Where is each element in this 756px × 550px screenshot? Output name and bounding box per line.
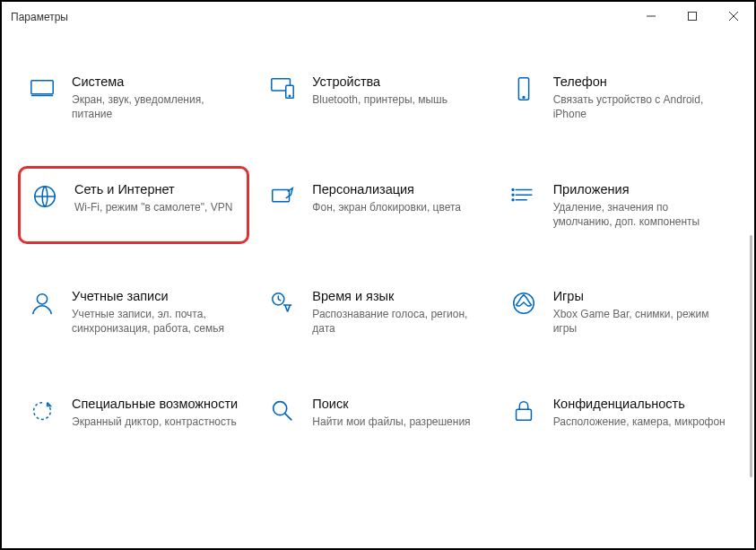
svg-rect-0 <box>689 13 697 21</box>
tile-desc: Расположение, камера, микрофон <box>553 415 726 429</box>
tile-system[interactable]: Система Экран, звук, уведомления, питани… <box>18 66 249 129</box>
content-area: Система Экран, звук, уведомления, питани… <box>2 31 749 548</box>
tile-title: Конфиденциальность <box>553 396 726 412</box>
svg-rect-8 <box>273 189 290 201</box>
tile-desc: Wi-Fi, режим "в самолете", VPN <box>74 200 241 214</box>
tile-search[interactable]: Поиск Найти мои файлы, разрешения <box>258 388 490 436</box>
devices-icon <box>267 74 298 104</box>
tile-accounts[interactable]: Учетные записи Учетные записи, эл. почта… <box>18 281 249 344</box>
svg-point-6 <box>523 96 525 98</box>
tile-desc: Учетные записи, эл. почта, синхронизация… <box>72 307 244 336</box>
svg-point-9 <box>512 188 514 190</box>
close-button[interactable] <box>713 3 754 30</box>
tile-title: Сеть и Интернет <box>74 181 241 197</box>
personalization-icon <box>267 181 298 212</box>
tile-personalization[interactable]: Персонализация Фон, экран блокировки, цв… <box>258 174 490 237</box>
accounts-icon <box>27 288 57 319</box>
tile-title: Система <box>72 74 244 90</box>
privacy-icon <box>508 396 539 426</box>
svg-point-10 <box>512 194 514 196</box>
search-icon <box>267 396 298 426</box>
phone-icon <box>508 74 539 104</box>
tile-phone[interactable]: Телефон Связать устройство с Android, iP… <box>500 66 731 129</box>
tile-desc: Bluetooth, принтеры, мышь <box>312 92 484 107</box>
system-icon <box>27 74 57 104</box>
tile-title: Время и язык <box>312 288 484 304</box>
gaming-icon <box>508 288 539 319</box>
maximize-button[interactable] <box>672 3 713 30</box>
settings-window: Параметры Система <box>0 0 756 550</box>
tile-title: Специальные возможности <box>72 396 244 412</box>
tile-title: Устройства <box>312 74 484 90</box>
svg-point-15 <box>274 401 287 415</box>
svg-point-4 <box>290 95 291 96</box>
tile-desc: Найти мои файлы, разрешения <box>312 415 484 429</box>
titlebar: Параметры <box>2 2 754 31</box>
tile-title: Учетные записи <box>72 288 244 304</box>
tile-title: Телефон <box>553 74 726 90</box>
tile-desc: Xbox Game Bar, снимки, режим игры <box>553 307 726 336</box>
ease-of-access-icon <box>27 396 57 426</box>
tile-time-language[interactable]: Время и язык Распознавание голоса, регио… <box>258 281 490 344</box>
tile-desc: Фон, экран блокировки, цвета <box>312 200 484 214</box>
tile-network[interactable]: Сеть и Интернет Wi-Fi, режим "в самолете… <box>18 166 249 245</box>
tile-apps[interactable]: Приложения Удаление, значения по умолчан… <box>500 174 731 237</box>
apps-icon <box>508 181 539 212</box>
tile-desc: Распознавание голоса, регион, дата <box>312 307 484 336</box>
tile-title: Игры <box>553 288 726 304</box>
window-controls <box>630 3 754 30</box>
scrollbar[interactable] <box>750 235 752 477</box>
svg-point-12 <box>37 294 47 304</box>
tile-title: Поиск <box>312 396 484 412</box>
network-icon <box>30 181 60 212</box>
minimize-button[interactable] <box>630 3 672 30</box>
tile-desc: Связать устройство с Android, iPhone <box>553 92 726 121</box>
tile-privacy[interactable]: Конфиденциальность Расположение, камера,… <box>500 388 731 436</box>
tile-gaming[interactable]: Игры Xbox Game Bar, снимки, режим игры <box>500 281 731 344</box>
svg-rect-1 <box>31 81 53 94</box>
tile-title: Приложения <box>553 181 726 197</box>
tile-desc: Удаление, значения по умолчанию, доп. ко… <box>553 200 726 229</box>
settings-grid: Система Экран, звук, уведомления, питани… <box>18 66 731 436</box>
tile-devices[interactable]: Устройства Bluetooth, принтеры, мышь <box>258 66 490 129</box>
tile-desc: Экран, звук, уведомления, питание <box>72 92 244 121</box>
tile-ease-of-access[interactable]: Специальные возможности Экранный диктор,… <box>18 388 249 436</box>
tile-desc: Экранный диктор, контрастность <box>72 415 244 429</box>
tile-title: Персонализация <box>312 181 484 197</box>
svg-point-11 <box>512 198 514 200</box>
time-language-icon <box>267 288 298 319</box>
svg-rect-16 <box>516 409 531 420</box>
window-title: Параметры <box>11 9 68 23</box>
